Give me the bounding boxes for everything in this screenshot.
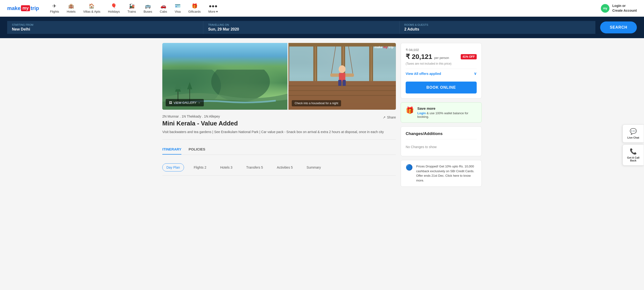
save-icon: 🎁 — [406, 106, 414, 114]
nav-hotels-label: Hotels — [67, 10, 76, 13]
nav-more[interactable]: ●●● More ▾ — [207, 3, 219, 13]
nav-buses[interactable]: 🚌 Buses — [142, 3, 154, 13]
share-button[interactable]: ↗ Share — [383, 115, 396, 119]
nav-giftcards[interactable]: 🎁 Giftcards — [187, 3, 202, 13]
view-gallery-label: VIEW GALLERY → — [174, 101, 200, 104]
filter-hotels-count: 3 — [230, 165, 232, 169]
content-tabs: ITINERARY POLICIES — [162, 144, 396, 155]
nav-flights-label: Flights — [50, 10, 59, 13]
more-icon: ●●● — [209, 3, 217, 9]
travelling-on-value: Sun, 29 Mar 2020 — [208, 27, 394, 32]
logo[interactable]: make my trip — [7, 5, 39, 12]
nav-cabs[interactable]: 🚗 Cabs — [158, 3, 168, 13]
filter-activities-count: 5 — [291, 165, 293, 169]
nav-holidays[interactable]: 🎈 Holidays — [106, 3, 121, 13]
changes-title: Changes/Additions — [406, 131, 477, 139]
save-card: 🎁 Save more Login & use 100% wallet bala… — [401, 102, 482, 123]
book-online-button[interactable]: BOOK ONLINE — [406, 82, 477, 94]
filter-activities-label: Activities — [277, 165, 290, 169]
logo-trip: trip — [30, 5, 39, 12]
share-icon: ↗ — [383, 115, 386, 119]
svg-rect-29 — [342, 80, 346, 86]
starting-from-label: STARTING FROM — [12, 23, 198, 26]
cabs-icon: 🚗 — [160, 3, 166, 9]
filter-hotels[interactable]: Hotels 3 — [216, 163, 236, 171]
holidays-icon: 🎈 — [111, 3, 117, 9]
logo-my: my — [21, 5, 30, 11]
offers-row[interactable]: View All offers applied ∨ — [406, 69, 477, 78]
login-link[interactable]: Login — [417, 111, 426, 115]
live-chat-button[interactable]: 💬 Live Chat — [622, 125, 644, 143]
filter-hotels-label: Hotels — [220, 165, 230, 169]
nav-holidays-label: Holidays — [108, 10, 120, 13]
filter-activities[interactable]: Activities 5 — [273, 163, 297, 171]
live-chat-label: Live Chat — [625, 136, 642, 139]
filter-tabs: Day Plan Flights 2 Hotels 3 Transfers 5 … — [162, 160, 396, 176]
discount-badge: 41% OFF — [461, 54, 477, 59]
changes-card: Changes/Additions No Changes to show — [401, 126, 482, 156]
nav-hotels[interactable]: 🏨 Hotels — [65, 3, 77, 13]
callback-label: Get A Call Back — [625, 156, 642, 162]
phone-icon: 📞 — [625, 148, 642, 155]
promo-icon: 🔵 — [406, 164, 413, 171]
filter-summary-label: Summary — [306, 165, 321, 169]
logo-make: make — [7, 5, 20, 12]
travelling-on-field[interactable]: TRAVELLING ON Sun, 29 Mar 2020 — [203, 21, 400, 34]
nav-villas[interactable]: 🏠 Villas & Apts — [82, 3, 102, 13]
giftcards-icon: 🎁 — [192, 3, 198, 9]
main-content: 🖼 VIEW GALLERY → — [155, 38, 489, 191]
sidebar: ₹ 34,102 ₹ 20,121 per person 41% OFF (Ta… — [401, 43, 482, 187]
gallery-left: 🖼 VIEW GALLERY → — [162, 43, 288, 110]
tab-policies[interactable]: POLICIES — [188, 144, 205, 155]
visa-icon: 🪪 — [175, 3, 181, 9]
trains-icon: 🚂 — [129, 3, 135, 9]
rooms-guests-value: 2 Adults — [404, 27, 590, 32]
hotels-icon: 🏨 — [68, 3, 74, 9]
package-description: Visit backwaters and tea gardens | See E… — [162, 130, 396, 140]
gallery-right: make my trip Check into a houseboat for … — [288, 43, 396, 110]
nav-buses-label: Buses — [144, 10, 152, 13]
search-bar: STARTING FROM New Delhi TRAVELLING ON Su… — [0, 17, 644, 38]
nav-visa[interactable]: 🪪 Visa — [173, 3, 182, 13]
avatar: my — [601, 4, 610, 13]
price-card: ₹ 34,102 ₹ 20,121 per person 41% OFF (Ta… — [401, 43, 482, 99]
starting-from-field[interactable]: STARTING FROM New Delhi — [7, 21, 203, 34]
nav-cabs-label: Cabs — [160, 10, 167, 13]
side-buttons: 💬 Live Chat 📞 Get A Call Back — [622, 125, 644, 165]
callback-button[interactable]: 📞 Get A Call Back — [622, 145, 644, 165]
nav-visa-label: Visa — [175, 10, 181, 13]
filter-transfers-label: Transfers — [246, 165, 260, 169]
search-button[interactable]: SEARCH — [600, 22, 637, 33]
view-gallery-button[interactable]: 🖼 VIEW GALLERY → — [166, 99, 204, 106]
nav-trains[interactable]: 🚂 Trains — [126, 3, 138, 13]
filter-transfers-count: 5 — [261, 165, 263, 169]
save-text: Login & use 100% wallet balance for book… — [417, 111, 477, 119]
package-subtitle: 2N Munnar . 1N Thekkady . 1N Allepey — [162, 115, 396, 118]
original-price: ₹ 34,102 — [406, 48, 477, 52]
mmt-badge: make my trip — [374, 45, 394, 49]
filter-flights-count: 2 — [204, 165, 206, 169]
main-nav: ✈ Flights 🏨 Hotels 🏠 Villas & Apts 🎈 Hol… — [48, 3, 601, 13]
filter-day-plan[interactable]: Day Plan — [162, 163, 184, 171]
rooms-guests-field[interactable]: ROOMS & GUESTS 2 Adults — [400, 21, 596, 34]
save-content: Save more Login & use 100% wallet balanc… — [417, 106, 477, 119]
svg-rect-11 — [288, 43, 314, 81]
package-info: ↗ Share 2N Munnar . 1N Thekkady . 1N All… — [162, 115, 396, 140]
chevron-down-icon: ∨ — [474, 71, 477, 76]
filter-summary[interactable]: Summary — [302, 163, 325, 171]
gallery: 🖼 VIEW GALLERY → — [162, 43, 396, 110]
filter-transfers[interactable]: Transfers 5 — [242, 163, 267, 171]
villas-icon: 🏠 — [89, 3, 94, 9]
starting-from-value: New Delhi — [12, 27, 198, 32]
nav-more-label: More ▾ — [208, 10, 218, 13]
tax-note: (Taxes are not included in this price) — [406, 62, 477, 65]
filter-flights[interactable]: Flights 2 — [190, 163, 210, 171]
chat-icon: 💬 — [625, 128, 642, 135]
nav-flights[interactable]: ✈ Flights — [48, 3, 60, 13]
filter-day-plan-label: Day Plan — [166, 165, 180, 169]
package-title: Mini Kerala - Value Added — [162, 120, 396, 127]
promo-card[interactable]: 🔵 Prices Dropped! Get 10% upto Rs. 10,00… — [401, 160, 482, 187]
login-button[interactable]: Login or Create Account — [612, 4, 637, 13]
tab-itinerary[interactable]: ITINERARY — [162, 144, 182, 155]
offers-label: View All offers applied — [406, 72, 441, 76]
